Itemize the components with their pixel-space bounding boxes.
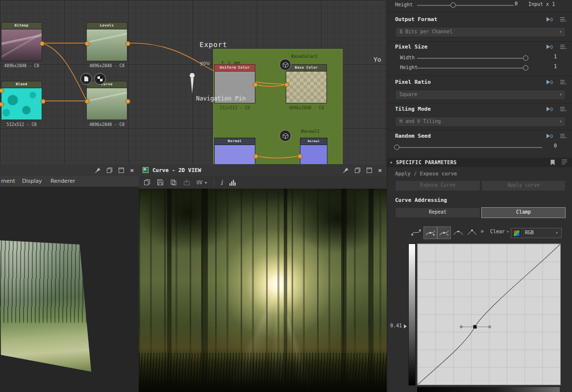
preset-list-icon[interactable] [561,159,568,165]
curve-tool-add-point-icon[interactable] [423,226,437,239]
random-seed-slider-handle[interactable] [394,145,399,150]
clear-curve-button[interactable]: Clear [490,229,505,234]
specific-parameters-section-header[interactable]: ▾ SPECIFIC PARAMETERS [387,158,572,167]
connector-output-curve[interactable] [125,99,130,104]
options-menu-icon[interactable] [560,17,567,22]
options-menu-icon[interactable] [560,133,567,139]
2d-view-image[interactable] [139,189,387,392]
3d-view-titlebar[interactable]: × [0,164,139,176]
pin-icon[interactable] [95,167,101,173]
height-slider-handle[interactable] [450,2,456,8]
tangent-handle-left[interactable] [460,325,463,328]
pixel-width-slider-track[interactable] [417,58,527,59]
output-cube-badge-basecolor[interactable] [279,59,291,71]
pixel-ratio-select[interactable]: Square ▾ [395,90,566,100]
tiling-mode-select[interactable]: H and V Tiling ▾ [395,117,566,127]
node-normal-b[interactable]: Normal [300,138,327,164]
close-icon[interactable]: × [378,167,382,173]
node-bitmap[interactable]: Bitmap 4096x2048 - C8 [1,22,42,68]
info-icon[interactable]: i [221,179,223,186]
node-graph-canvas[interactable]: Bitmap 4096x2048 - C8 Levels 4096x2048 -… [0,0,387,164]
node-levels[interactable]: Levels 4096x2048 - C8 [86,22,127,68]
function-icon[interactable] [546,17,553,22]
node-normal-a[interactable]: Normal [214,138,255,164]
comment-text-left[interactable]: you [200,60,210,66]
node-thumbnail[interactable] [1,88,42,120]
comment-badge[interactable] [80,73,92,85]
node-thumbnail[interactable] [286,72,327,103]
clamp-button[interactable]: Clamp [481,207,566,218]
output-cube-badge-normal[interactable] [279,130,291,142]
apply-curve-button[interactable]: Apply curve [481,180,566,191]
pixel-width-slider-handle[interactable] [523,55,528,61]
node-blend[interactable]: Blend 512x512 - C8 [1,81,42,127]
connector-output-normal-a[interactable] [253,154,258,159]
options-menu-icon[interactable] [560,106,567,112]
node-thumbnail[interactable] [1,29,42,61]
height-slider-track[interactable] [417,5,514,6]
node-base-color[interactable]: Base Color 4096x2048 - C8 [286,64,327,110]
output-format-select[interactable]: 8 Bits per Channel ▾ [395,27,566,37]
node-thumbnail[interactable] [214,145,255,164]
function-icon[interactable] [546,133,553,139]
3d-view-canvas[interactable] [0,187,139,392]
save-icon[interactable] [157,179,164,186]
options-menu-icon[interactable] [560,79,567,85]
2d-view-titlebar[interactable]: Curve - 2D VIEW × [139,164,387,176]
function-icon[interactable] [546,79,553,85]
connector-output-levels[interactable] [125,41,130,46]
node-curve[interactable]: Curve 4096x2048 - C8 [86,81,127,127]
connector-input-curve[interactable] [85,99,90,104]
maximize-icon[interactable] [366,167,373,173]
navigation-pin-icon[interactable] [190,73,195,78]
export-comment-label[interactable]: Export [199,41,227,49]
connector-input-normal-b[interactable] [298,154,302,159]
curve-tool-smooth-tangent-icon[interactable] [452,226,465,238]
pixel-height-slider-track[interactable] [417,68,527,69]
3d-material-plane[interactable] [0,236,94,376]
export-image-icon[interactable] [183,179,190,186]
options-menu-icon[interactable] [560,44,567,49]
navigation-pin-label[interactable]: Navigation Pin [196,95,246,102]
curve-tool-edit-points-icon[interactable] [410,226,423,238]
menu-item-display[interactable]: Display [22,178,42,184]
function-icon[interactable] [546,44,553,49]
bookmark-icon[interactable] [550,159,555,166]
connector-output-uniform[interactable] [253,82,258,87]
uv-mode-select[interactable]: UV ▾ [197,180,207,185]
wire-uniform-basecolor[interactable] [255,84,286,87]
connector-output-blend[interactable] [41,99,46,104]
float-window-icon[interactable] [106,167,113,173]
curve-control-point[interactable] [473,325,477,329]
menu-item-renderer[interactable]: Renderer [50,178,75,184]
function-icon[interactable] [546,106,553,112]
wire-normal-normal[interactable] [255,156,299,158]
channel-select[interactable]: RGB ▾ [511,228,562,238]
comment-text-far-right[interactable]: Yo [373,56,381,63]
comment-text-right[interactable]: t i me [221,60,241,66]
connector-input-levels[interactable] [85,41,90,46]
pixel-height-slider-handle[interactable] [523,65,528,71]
node-thumbnail[interactable] [86,88,127,120]
close-icon[interactable]: × [130,167,134,173]
curve-tool-remove-point-icon[interactable] [437,226,451,239]
connector-input-basecolor[interactable] [284,82,289,87]
duplicate-view-icon[interactable] [144,179,150,186]
curve-tool-corner-tangent-icon[interactable] [466,226,478,238]
node-thumbnail[interactable] [86,29,127,61]
expose-curve-button[interactable]: Expose Curve [395,180,480,191]
wire-bitmap-curve[interactable] [42,43,87,101]
random-seed-slider-track[interactable] [396,147,542,148]
pattern-badge[interactable] [94,73,106,85]
maximize-icon[interactable] [118,167,124,173]
menu-item-environment[interactable]: ment [1,178,15,184]
node-uniform-color[interactable]: Uniform Color 512x512 - C8 [214,64,255,110]
more-tools-chevrons[interactable]: » [480,228,484,235]
histogram-icon[interactable] [229,179,236,186]
float-window-icon[interactable] [354,167,361,173]
connector-output-bitmap[interactable] [40,41,45,46]
node-thumbnail[interactable] [300,145,327,164]
copy-image-icon[interactable] [170,179,177,186]
repeat-button[interactable]: Repeat [395,207,480,218]
tangent-handle-right[interactable] [488,325,491,328]
